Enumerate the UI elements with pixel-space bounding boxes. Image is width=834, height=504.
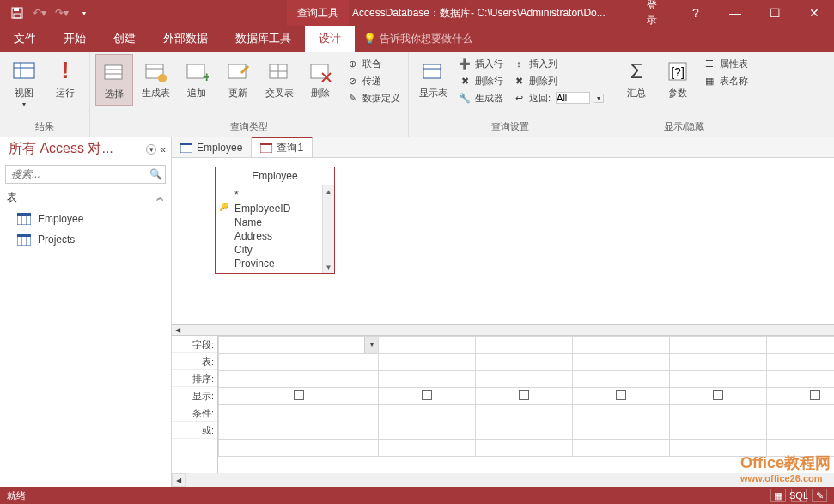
lightbulb-icon: 💡 — [363, 33, 376, 45]
label-show: 显示: — [172, 387, 217, 404]
passthrough-button[interactable]: ⊘传递 — [343, 73, 403, 88]
label-table: 表: — [172, 353, 217, 370]
field-city[interactable]: City — [216, 243, 334, 257]
tab-design[interactable]: 设计 — [305, 26, 355, 52]
grid-cell[interactable] — [379, 337, 476, 354]
totals-icon: Σ — [623, 58, 650, 85]
delete-query-button[interactable]: 删除 — [301, 54, 339, 106]
checkbox[interactable] — [713, 390, 723, 400]
insert-rows-button[interactable]: ➕插入行 — [455, 56, 506, 71]
document-tabs: Employee 查询1 ✕ — [172, 137, 834, 158]
checkbox[interactable] — [810, 390, 820, 400]
table-names-button[interactable]: ▦表名称 — [700, 73, 751, 88]
svg-rect-1 — [14, 8, 19, 11]
make-table-icon — [142, 58, 169, 85]
parameters-button[interactable]: [?] 参数 — [659, 54, 697, 98]
window-controls: 登录 ? — ☐ ✕ — [636, 0, 834, 26]
make-table-button[interactable]: 生成表 — [137, 54, 174, 106]
nav-menu-icon[interactable]: ▾ — [146, 144, 156, 155]
return-input[interactable] — [556, 92, 590, 104]
nav-category-tables[interactable]: 表 ︽ — [0, 187, 171, 209]
horizontal-splitter[interactable]: ◀ ▶ — [172, 324, 834, 336]
tab-create[interactable]: 创建 — [100, 26, 149, 52]
view-button[interactable]: 视图 ▾ — [5, 54, 43, 108]
label-sort: 排序: — [172, 370, 217, 387]
checkbox[interactable] — [519, 390, 529, 400]
grid-cell[interactable]: ▾ — [219, 337, 379, 354]
delete-cols-button[interactable]: ✖删除列 — [509, 73, 606, 88]
help-button[interactable]: ? — [676, 0, 715, 26]
insert-cols-button[interactable]: ↕插入列 — [509, 56, 606, 71]
scroll-up-icon[interactable]: ▲ — [323, 185, 334, 197]
field-employeeid[interactable]: EmployeeID — [216, 202, 334, 216]
label-criteria: 条件: — [172, 404, 217, 422]
field-province[interactable]: Province — [216, 257, 334, 270]
qat-customize-icon[interactable]: ▾ — [74, 3, 94, 23]
grid-horizontal-scrollbar[interactable]: ◀ ▶ — [172, 473, 834, 487]
field-name[interactable]: Name — [216, 216, 334, 229]
append-button[interactable]: + 追加 — [178, 54, 216, 106]
undo-icon[interactable]: ↶▾ — [29, 3, 50, 23]
union-button[interactable]: ⊕联合 — [343, 56, 403, 71]
builder-button[interactable]: 🔧生成器 — [455, 90, 506, 106]
nav-item-employee[interactable]: Employee — [0, 209, 171, 229]
nav-header[interactable]: 所有 Access 对... ▾ « — [0, 137, 171, 161]
tab-home[interactable]: 开始 — [50, 26, 100, 52]
tab-external-data[interactable]: 外部数据 — [149, 26, 222, 52]
scroll-down-icon[interactable]: ▼ — [323, 261, 334, 273]
checkbox[interactable] — [616, 390, 626, 400]
redo-icon[interactable]: ↷▾ — [52, 3, 72, 23]
tab-database-tools[interactable]: 数据库工具 — [222, 26, 305, 52]
dropdown-icon[interactable]: ▾ — [364, 337, 378, 353]
design-view-button[interactable]: ✎ — [812, 489, 827, 502]
nav-collapse-icon[interactable]: « — [160, 143, 166, 155]
tell-me-box[interactable]: 💡 告诉我你想要做什么 — [355, 26, 472, 52]
scroll-left-icon[interactable]: ◀ — [172, 325, 184, 335]
work-area: Employee 查询1 ✕ Employee * EmployeeID Nam… — [172, 137, 834, 487]
field-star[interactable]: * — [216, 188, 334, 202]
field-list-employee[interactable]: Employee * EmployeeID Name Address City … — [215, 167, 335, 274]
grid-cell[interactable] — [573, 337, 670, 354]
field-combo-input[interactable] — [219, 337, 364, 353]
grid-row-show — [219, 388, 835, 405]
tab-file[interactable]: 文件 — [0, 26, 50, 52]
ribbon-tabs: 文件 开始 创建 外部数据 数据库工具 设计 💡 告诉我你想要做什么 — [0, 26, 834, 52]
doc-tab-query1[interactable]: 查询1 — [252, 137, 313, 157]
save-icon[interactable] — [7, 3, 27, 23]
nav-search: 🔍 — [5, 165, 166, 184]
status-text: 就绪 — [7, 489, 26, 502]
grid-cell[interactable] — [670, 337, 767, 354]
search-input[interactable] — [6, 166, 146, 183]
delete-rows-button[interactable]: ✖删除行 — [455, 73, 506, 88]
grid-cell[interactable] — [767, 337, 835, 354]
minimize-button[interactable]: — — [715, 0, 755, 26]
show-table-button[interactable]: 显示表 — [414, 54, 452, 106]
dropdown-icon: ▾ — [22, 100, 26, 108]
datasheet-view-button[interactable]: ▦ — [770, 489, 786, 502]
login-button[interactable]: 登录 — [636, 0, 676, 26]
checkbox[interactable] — [294, 390, 304, 400]
sql-view-button[interactable]: SQL — [791, 489, 807, 502]
return-control[interactable]: ↩返回:▾ — [509, 90, 606, 106]
query-design-surface[interactable]: Employee * EmployeeID Name Address City … — [172, 158, 834, 324]
checkbox[interactable] — [422, 390, 432, 400]
select-query-button[interactable]: 选择 — [95, 54, 133, 106]
doc-tab-employee[interactable]: Employee — [172, 137, 252, 157]
field-address[interactable]: Address — [216, 229, 334, 243]
select-icon — [100, 58, 128, 86]
grid-cell[interactable] — [476, 337, 573, 354]
close-button[interactable]: ✕ — [794, 0, 834, 26]
restore-button[interactable]: ☐ — [755, 0, 794, 26]
property-sheet-button[interactable]: ☰属性表 — [700, 56, 751, 71]
search-icon[interactable]: 🔍 — [146, 166, 165, 183]
field-list-scrollbar[interactable]: ▲ ▼ — [322, 185, 334, 273]
run-button[interactable]: ! 运行 — [46, 54, 84, 108]
dropdown-icon[interactable]: ▾ — [594, 94, 604, 103]
crosstab-button[interactable]: 交叉表 — [260, 54, 298, 106]
scrollbar-track[interactable] — [186, 473, 834, 487]
update-button[interactable]: 更新 — [219, 54, 257, 106]
scroll-left-icon[interactable]: ◀ — [172, 473, 186, 487]
data-definition-button[interactable]: ✎数据定义 — [343, 90, 403, 106]
nav-item-projects[interactable]: Projects — [0, 229, 171, 250]
totals-button[interactable]: Σ 汇总 — [618, 54, 655, 98]
